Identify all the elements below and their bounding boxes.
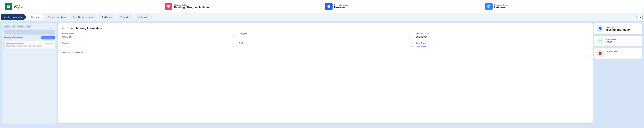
svg-rect-0 bbox=[7, 5, 10, 8]
account-name-label: Account Name bbox=[62, 32, 235, 34]
staff-label: Staff bbox=[239, 42, 412, 44]
stage-status-card-icon bbox=[597, 38, 604, 44]
coverage-status-icon bbox=[325, 3, 332, 10]
left-tab-files[interactable]: Files bbox=[26, 25, 32, 28]
stage-btn-consent[interactable]: Consent bbox=[26, 14, 43, 20]
stage-navigation: Missing Information Consent Program Init… bbox=[0, 13, 644, 21]
alternative-activity-owner-label: Alternative Activity Owner bbox=[62, 52, 589, 54]
stage-name-card-icon bbox=[597, 25, 604, 32]
program-text: Program Kalytex bbox=[14, 4, 24, 9]
svg-rect-17 bbox=[598, 42, 600, 42]
field-alternative-activity-owner: Alternative Activity Owner — ✎ bbox=[62, 52, 589, 58]
right-panel: Stage Name Missing Information Stage Sta… bbox=[594, 23, 642, 124]
stage-btn-fulfillment[interactable]: Fulfillment bbox=[98, 14, 116, 20]
stage-name-card-text: Stage Name Missing Information bbox=[606, 26, 632, 31]
top-status-bar: Program Kalytex Therapy Status Pending -… bbox=[0, 0, 644, 13]
new-activity-button[interactable]: New Activity bbox=[41, 36, 55, 39]
caregiver-label: Caregiver bbox=[239, 32, 412, 34]
therapy-status-label: Therapy Status bbox=[174, 4, 210, 6]
program-label: Program bbox=[14, 4, 24, 6]
case-owner-label: Case Owner bbox=[416, 42, 589, 44]
stage-name-card: Stage Name Missing Information bbox=[594, 23, 642, 34]
days-in-stage-card-text: Days in Stage - bbox=[606, 51, 617, 56]
pharmacy-status-card: Pharmacy Status Unknown bbox=[482, 1, 642, 12]
stage-consent[interactable]: Consent bbox=[26, 13, 43, 21]
left-search-bar bbox=[4, 30, 55, 34]
program-icon bbox=[5, 3, 12, 10]
days-in-stage-card-icon bbox=[597, 50, 604, 57]
stage-status-label: Stage Status bbox=[606, 38, 616, 40]
list-item[interactable]: Missing Information 10/11/2024 Status: O… bbox=[4, 41, 55, 48]
stage-name-label: Stage Name bbox=[606, 26, 632, 28]
program-card: Program Kalytex bbox=[2, 1, 162, 12]
left-section-title: Missing Information bbox=[4, 36, 23, 39]
days-in-stage-card: Days in Stage - bbox=[594, 48, 642, 59]
coverage-status-card: Coverage Status Unknown bbox=[322, 1, 482, 12]
field-staff: Staff — ✎ bbox=[239, 42, 412, 49]
coverage-status-label: Coverage Status bbox=[334, 4, 348, 6]
physician-edit-icon[interactable]: ✎ bbox=[233, 45, 235, 48]
program-value: Kalytex bbox=[14, 6, 24, 9]
case-owner-value: User User bbox=[416, 45, 589, 49]
caregiver-value: — ✎ bbox=[239, 35, 412, 39]
enrollment-date-value: 10/23/2024 bbox=[416, 35, 589, 39]
stage-btn-program-initiation[interactable]: Program Initiation bbox=[43, 14, 68, 20]
main-content: Open All Notes Files Missing Information… bbox=[0, 21, 644, 126]
staff-value: — ✎ bbox=[239, 45, 412, 49]
days-in-stage-label: Days in Stage bbox=[606, 51, 617, 53]
key-fields-title: Missing Information bbox=[76, 27, 102, 30]
days-in-stage-value: - bbox=[606, 53, 617, 56]
stage-status-card: Stage Status Open bbox=[594, 36, 642, 46]
list-item-name: Missing Information bbox=[6, 42, 24, 44]
alternative-activity-owner-edit-icon[interactable]: ✎ bbox=[588, 55, 589, 57]
field-case-owner: Case Owner User User bbox=[416, 42, 589, 49]
stage-missing-information[interactable]: Missing Information bbox=[1, 13, 26, 21]
list-item-meta: Status: Open Priority: High Due: 2024-10… bbox=[6, 45, 53, 47]
left-tab-open[interactable]: Open bbox=[4, 25, 10, 28]
fields-grid: Account Name Jane Doe ✎ Caregiver — ✎ En… bbox=[62, 32, 589, 58]
caregiver-edit-icon[interactable]: ✎ bbox=[410, 36, 412, 38]
account-name-edit-icon[interactable]: ✎ bbox=[233, 36, 235, 38]
physician-value: — ✎ bbox=[62, 45, 235, 49]
stage-benefits-investigation[interactable]: Benefits Investigation bbox=[68, 13, 98, 21]
therapy-status-icon bbox=[165, 3, 172, 10]
stage-btn-benefits-investigation[interactable]: Benefits Investigation bbox=[68, 14, 98, 20]
stage-btn-adherence[interactable]: Adherence bbox=[134, 14, 152, 20]
stage-adherence[interactable]: Adherence bbox=[134, 13, 152, 21]
coverage-status-value: Unknown bbox=[334, 6, 348, 9]
pharmacy-status-label: Pharmacy Status bbox=[494, 4, 508, 6]
list-item-date: 10/11/2024 bbox=[44, 42, 53, 44]
stage-program-initiation[interactable]: Program Initiation bbox=[43, 13, 68, 21]
therapy-status-text: Therapy Status Pending - Program Initiat… bbox=[174, 4, 210, 9]
therapy-status-card: Therapy Status Pending - Program Initiat… bbox=[162, 1, 322, 12]
left-tab-all[interactable]: All bbox=[12, 25, 16, 28]
field-account-name: Account Name Jane Doe ✎ bbox=[62, 32, 235, 39]
center-panel: KEY FIELDS: Missing Information Account … bbox=[58, 23, 593, 124]
stage-status-value: Open bbox=[606, 40, 616, 44]
staff-edit-icon[interactable]: ✎ bbox=[410, 45, 412, 48]
svg-rect-19 bbox=[599, 52, 602, 53]
alternative-activity-owner-value: — ✎ bbox=[62, 54, 589, 58]
therapy-status-value: Pending - Program Initiation bbox=[174, 6, 210, 9]
stage-add-button[interactable]: + ▾ bbox=[636, 15, 643, 19]
field-enrollment-date: Enrollment Date 10/23/2024 bbox=[416, 32, 589, 39]
coverage-status-text: Coverage Status Unknown bbox=[334, 4, 348, 9]
physician-label: Physician bbox=[62, 42, 235, 44]
stage-name-value: Missing Information bbox=[606, 28, 632, 31]
stage-btn-missing-information[interactable]: Missing Information bbox=[1, 14, 26, 20]
pharmacy-status-text: Pharmacy Status Unknown bbox=[494, 4, 508, 9]
account-name-value: Jane Doe ✎ bbox=[62, 35, 235, 39]
svg-rect-16 bbox=[598, 41, 602, 41]
svg-rect-15 bbox=[598, 40, 602, 40]
pharmacy-status-value: Unknown bbox=[494, 6, 508, 9]
stage-status-card-text: Stage Status Open bbox=[606, 38, 616, 44]
field-caregiver: Caregiver — ✎ bbox=[239, 32, 412, 39]
left-tab-notes[interactable]: Notes bbox=[17, 25, 24, 28]
left-panel: Open All Notes Files Missing Information… bbox=[2, 23, 56, 124]
stage-btn-education[interactable]: Education bbox=[116, 14, 134, 20]
enrollment-date-label: Enrollment Date bbox=[416, 32, 589, 34]
stage-fulfillment[interactable]: Fulfillment bbox=[98, 13, 116, 21]
left-panel-tabs: Open All Notes Files bbox=[4, 25, 55, 28]
pharmacy-status-icon bbox=[485, 3, 492, 10]
stage-education[interactable]: Education bbox=[116, 13, 134, 21]
